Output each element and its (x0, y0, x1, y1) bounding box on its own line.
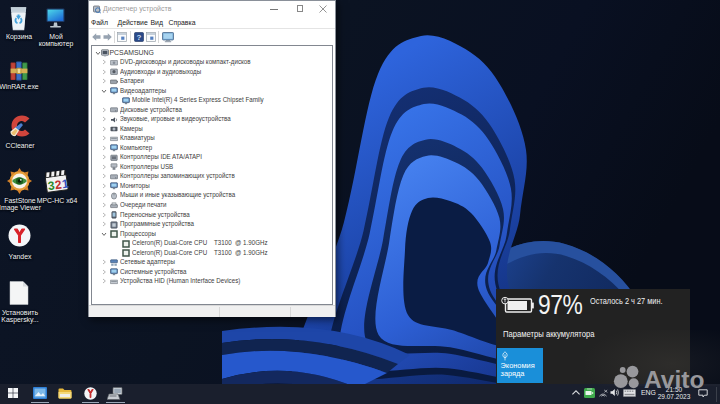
svg-text:1: 1 (61, 176, 69, 191)
svg-text:?: ? (137, 33, 142, 42)
svg-text:Avito: Avito (644, 366, 704, 392)
